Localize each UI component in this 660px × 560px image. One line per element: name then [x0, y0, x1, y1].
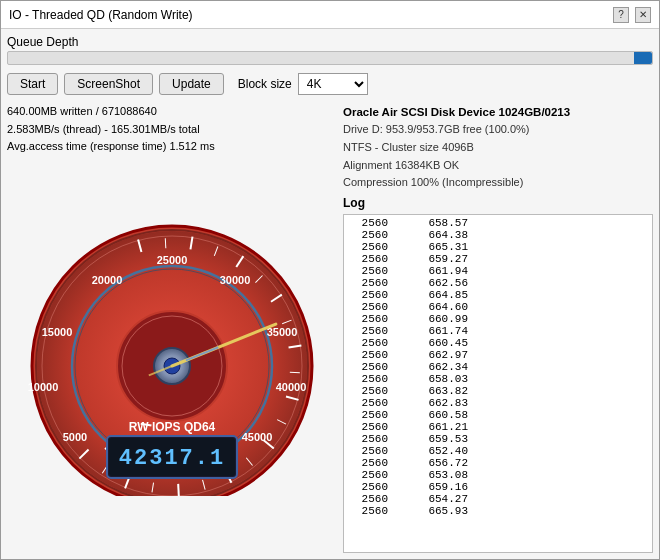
list-item: 2560664.38 — [348, 229, 648, 241]
device-name: Oracle Air SCSI Disk Device 1024GB/0213 — [343, 103, 653, 121]
device-compression: Compression 100% (Incompressible) — [343, 174, 653, 192]
svg-text:RW IOPS QD64: RW IOPS QD64 — [129, 420, 216, 434]
toolbar: Start ScreenShot Update Block size 5121K… — [7, 69, 653, 99]
svg-text:45000: 45000 — [242, 431, 273, 443]
queue-depth-section: Queue Depth — [7, 35, 653, 65]
list-item: 2560654.27 — [348, 493, 648, 505]
list-item: 2560659.27 — [348, 253, 648, 265]
list-item: 2560664.60 — [348, 301, 648, 313]
list-item: 2560661.74 — [348, 325, 648, 337]
stat-line2: 2.583MB/s (thread) - 165.301MB/s total — [7, 121, 337, 139]
svg-text:20000: 20000 — [92, 274, 123, 286]
right-panel: Oracle Air SCSI Disk Device 1024GB/0213 … — [343, 103, 653, 553]
svg-text:35000: 35000 — [267, 326, 298, 338]
svg-text:15000: 15000 — [42, 326, 73, 338]
svg-text:42317.1: 42317.1 — [119, 446, 225, 471]
queue-depth-slider[interactable] — [7, 51, 653, 65]
list-item: 2560659.16 — [348, 481, 648, 493]
list-item: 2560660.45 — [348, 337, 648, 349]
log-label: Log — [343, 196, 653, 210]
svg-line-22 — [178, 484, 179, 496]
stat-line1: 640.00MB written / 671088640 — [7, 103, 337, 121]
window-title: IO - Threaded QD (Random Write) — [9, 8, 193, 22]
svg-text:30000: 30000 — [220, 274, 251, 286]
svg-line-36 — [290, 373, 300, 374]
list-item: 2560661.94 — [348, 265, 648, 277]
list-item: 2560660.58 — [348, 409, 648, 421]
stat-line3: Avg.access time (response time) 1.512 ms — [7, 138, 337, 156]
list-item: 2560652.40 — [348, 445, 648, 457]
list-item: 2560656.72 — [348, 457, 648, 469]
slider-fill — [634, 52, 652, 64]
svg-text:40000: 40000 — [276, 381, 307, 393]
list-item: 2560662.34 — [348, 361, 648, 373]
list-item: 2560662.97 — [348, 349, 648, 361]
device-alignment: Alignment 16384KB OK — [343, 157, 653, 175]
list-item: 2560663.82 — [348, 385, 648, 397]
svg-text:25000: 25000 — [157, 254, 188, 266]
block-size-select[interactable]: 5121K2K4K8K16K32K64K128K256K512K1M — [298, 73, 368, 95]
block-size-label: Block size — [238, 77, 292, 91]
update-button[interactable]: Update — [159, 73, 224, 95]
list-item: 2560658.57 — [348, 217, 648, 229]
list-item: 2560662.56 — [348, 277, 648, 289]
device-ntfs: NTFS - Cluster size 4096B — [343, 139, 653, 157]
left-panel: 640.00MB written / 671088640 2.583MB/s (… — [7, 103, 337, 553]
svg-text:10000: 10000 — [28, 381, 59, 393]
list-item: 2560660.99 — [348, 313, 648, 325]
log-container[interactable]: 2560658.572560664.382560665.312560659.27… — [343, 214, 653, 553]
screenshot-button[interactable]: ScreenShot — [64, 73, 153, 95]
close-button[interactable]: ✕ — [635, 7, 651, 23]
content-area: Queue Depth Start ScreenShot Update Bloc… — [1, 29, 659, 559]
list-item: 2560653.08 — [348, 469, 648, 481]
device-drive: Drive D: 953.9/953.7GB free (100.0%) — [343, 121, 653, 139]
svg-line-40 — [165, 239, 166, 249]
queue-depth-label: Queue Depth — [7, 35, 653, 49]
main-area: 640.00MB written / 671088640 2.583MB/s (… — [7, 103, 653, 553]
main-window: IO - Threaded QD (Random Write) ? ✕ Queu… — [0, 0, 660, 560]
list-item: 2560665.31 — [348, 241, 648, 253]
list-item: 2560665.93 — [348, 505, 648, 517]
help-button[interactable]: ? — [613, 7, 629, 23]
title-bar: IO - Threaded QD (Random Write) ? ✕ — [1, 1, 659, 29]
svg-text:5000: 5000 — [63, 431, 87, 443]
stats-text: 640.00MB written / 671088640 2.583MB/s (… — [7, 103, 337, 156]
list-item: 2560661.21 — [348, 421, 648, 433]
list-item: 2560662.83 — [348, 397, 648, 409]
device-info: Oracle Air SCSI Disk Device 1024GB/0213 … — [343, 103, 653, 192]
start-button[interactable]: Start — [7, 73, 58, 95]
title-controls: ? ✕ — [613, 7, 651, 23]
list-item: 2560658.03 — [348, 373, 648, 385]
gauge-svg: 0 5000 10000 15000 20000 25000 — [17, 216, 327, 496]
gauge-container: 0 5000 10000 15000 20000 25000 — [7, 160, 337, 553]
list-item: 2560659.53 — [348, 433, 648, 445]
list-item: 2560664.85 — [348, 289, 648, 301]
